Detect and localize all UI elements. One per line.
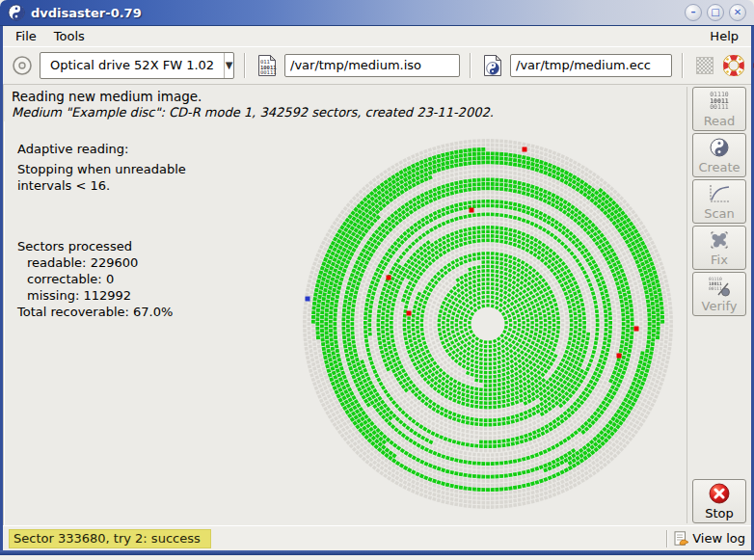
- medium-info: Medium "Example disc": CD-R mode 1, 3425…: [12, 105, 751, 120]
- status-separator: [666, 530, 668, 547]
- create-yinyang-icon: [710, 136, 729, 159]
- drive-icon: [11, 53, 34, 78]
- stop-button[interactable]: Stop: [692, 479, 746, 523]
- status-message: Sector 333680, try 2: success: [9, 529, 211, 548]
- maximize-button[interactable]: □: [707, 4, 724, 21]
- fix-puzzle-icon: [708, 228, 731, 252]
- main-content: Reading new medium image. Medium "Exampl…: [3, 85, 751, 525]
- window-bottom-frame: [0, 550, 754, 555]
- minimize-button[interactable]: –: [685, 4, 702, 21]
- drive-selector-value: Optical drive 52X FW 1.02: [40, 58, 224, 72]
- svg-text:00111: 00111: [260, 69, 277, 75]
- toolbar: Optical drive 52X FW 1.02 ▼ 011 10011 00…: [3, 46, 751, 85]
- disabled-checker-glyph: [696, 57, 714, 74]
- verify-button-label: Verify: [702, 299, 738, 313]
- verify-icon: 01110 10011 00111: [707, 275, 732, 298]
- reading-info-panel: Adaptive reading: Stopping when unreadab…: [17, 141, 186, 320]
- verify-button[interactable]: 01110 10011 00111 Verify: [692, 272, 746, 316]
- ecc-file-icon: [481, 53, 504, 78]
- stop-button-label: Stop: [705, 506, 734, 520]
- ecc-file-input[interactable]: [510, 54, 672, 77]
- drive-selector[interactable]: Optical drive 52X FW 1.02 ▼: [40, 52, 234, 79]
- spacer: [17, 194, 186, 238]
- stop-icon: [708, 482, 731, 505]
- total-recoverable-value: 67.0%: [133, 305, 173, 319]
- application-window: dvdisaster-0.79 – □ ✕ File Tools Help Op…: [0, 0, 754, 560]
- read-button-label: Read: [704, 114, 736, 128]
- menu-bar: File Tools Help: [3, 26, 751, 46]
- log-document-icon: [674, 531, 689, 547]
- menu-help[interactable]: Help: [701, 28, 747, 44]
- iso-image-icon: 011 10011 00111: [256, 53, 279, 78]
- create-button-label: Create: [698, 160, 740, 174]
- correctable-row: correctable: 0: [17, 271, 186, 287]
- image-file-input[interactable]: [284, 54, 460, 77]
- toolbar-separator: [470, 53, 471, 78]
- correctable-label: correctable:: [27, 272, 102, 286]
- chevron-down-icon: ▼: [224, 53, 233, 78]
- window-controls: – □ ✕: [685, 4, 754, 21]
- preferences-icon-disabled[interactable]: [693, 53, 716, 78]
- mode-label: Adaptive reading:: [17, 141, 186, 157]
- action-sidebar: 01110 10011 00111 Read Create: [687, 87, 749, 523]
- status-header: Reading new medium image. Medium "Exampl…: [4, 85, 751, 121]
- missing-label: missing:: [27, 288, 79, 303]
- fix-button[interactable]: Fix: [692, 226, 746, 270]
- read-button[interactable]: 01110 10011 00111 Read: [692, 87, 746, 131]
- toolbar-separator: [682, 53, 684, 78]
- correctable-value: 0: [106, 272, 114, 286]
- toolbar-separator: [244, 53, 246, 78]
- close-button[interactable]: ✕: [729, 4, 746, 21]
- fix-button-label: Fix: [711, 253, 728, 267]
- total-recoverable-row: Total recoverable: 67.0%: [17, 304, 186, 320]
- total-recoverable-label: Total recoverable:: [17, 305, 129, 319]
- read-binary-icon: 01110 10011 00111: [710, 90, 729, 113]
- stopping-rule-line1: Stopping when unreadable: [17, 161, 186, 177]
- sectors-processed-title: Sectors processed: [17, 238, 186, 254]
- svg-text:00111: 00111: [709, 286, 722, 291]
- window-title: dvdisaster-0.79: [31, 6, 142, 20]
- window-frame: File Tools Help Optical drive 52X FW 1.0…: [0, 26, 754, 550]
- menu-tools[interactable]: Tools: [45, 28, 94, 44]
- stopping-rule-line2: intervals < 16.: [17, 177, 186, 194]
- operation-title: Reading new medium image.: [12, 89, 751, 104]
- missing-value: 112992: [83, 288, 131, 303]
- help-lifebelt-icon[interactable]: [722, 53, 745, 78]
- readable-label: readable:: [27, 255, 86, 270]
- app-logo-yinyang-icon: [8, 4, 25, 21]
- title-bar: dvdisaster-0.79 – □ ✕: [0, 0, 754, 26]
- scan-curve-icon: [708, 182, 731, 205]
- status-bar: Sector 333680, try 2: success View log: [3, 525, 751, 550]
- readable-value: 229600: [91, 255, 139, 270]
- readable-row: readable: 229600: [17, 254, 186, 271]
- view-log-label: View log: [692, 531, 745, 546]
- scan-button[interactable]: Scan: [692, 179, 746, 224]
- missing-row: missing: 112992: [17, 287, 186, 304]
- menu-file[interactable]: File: [7, 28, 45, 44]
- create-button[interactable]: Create: [692, 133, 746, 177]
- view-log-button[interactable]: View log: [674, 531, 745, 547]
- scan-button-label: Scan: [704, 206, 735, 221]
